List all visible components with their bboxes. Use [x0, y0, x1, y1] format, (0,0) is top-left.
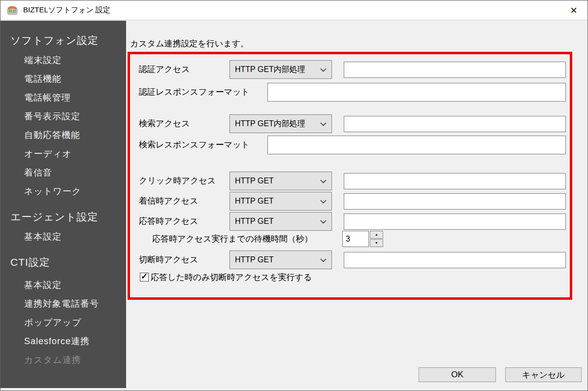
disconnect-access-label: 切断時アクセス [139, 255, 198, 265]
custom-integration-panel: カスタム連携設定を行います。 認証アクセス HTTP GET内部処理 認証レスポ… [126, 20, 588, 391]
disconnect-access-select-value: HTTP GET [235, 255, 274, 264]
auth-access-url-input[interactable] [344, 62, 566, 78]
incoming-access-select[interactable]: HTTP GET [229, 192, 332, 211]
disconnect-access-select[interactable]: HTTP GET [229, 250, 332, 269]
auth-access-label: 認証アクセス [139, 65, 190, 74]
chevron-down-icon [320, 68, 327, 72]
sidebar-item-device-settings[interactable]: 端末設定 [24, 54, 126, 66]
sidebar-section-cti-settings: CTI設定 [10, 255, 126, 269]
search-response-format-input[interactable] [267, 136, 566, 154]
answer-access-select-value: HTTP GET [235, 217, 274, 226]
close-button[interactable]: × [560, 0, 588, 20]
sidebar-item-popup[interactable]: ポップアップ [24, 317, 126, 328]
answer-wait-input[interactable] [342, 231, 369, 247]
sidebar-item-cti-basic-settings[interactable]: 基本設定 [24, 279, 126, 291]
search-response-format-label: 検索レスポンスフォーマット [139, 140, 250, 150]
auth-access-select[interactable]: HTTP GET内部処理 [229, 60, 332, 79]
sidebar-item-phonebook-management[interactable]: 電話帳管理 [24, 92, 126, 104]
sidebar-item-phone-functions[interactable]: 電話機能 [24, 73, 126, 85]
sidebar-item-ringtone[interactable]: 着信音 [24, 167, 126, 178]
chevron-down-icon [320, 122, 327, 126]
click-access-label: クリック時アクセス [139, 176, 216, 186]
incoming-access-label: 着信時アクセス [139, 196, 198, 206]
phone-app-icon [6, 4, 18, 16]
cancel-button[interactable]: キャンセル [505, 367, 582, 382]
chevron-down-icon [320, 179, 327, 183]
sidebar-item-number-display-settings[interactable]: 番号表示設定 [24, 110, 126, 122]
sidebar-item-custom-integration[interactable]: カスタム連携 [24, 354, 126, 366]
answer-access-label: 応答時アクセス [139, 216, 198, 226]
close-icon: × [570, 3, 577, 17]
auth-response-format-label: 認証レスポンスフォーマット [139, 87, 250, 97]
sidebar-item-agent-basic-settings[interactable]: 基本設定 [24, 231, 126, 243]
disconnect-only-answered-label: 応答した時のみ切断時アクセスを実行する [151, 272, 312, 283]
ok-button[interactable]: OK [419, 367, 496, 382]
click-access-select[interactable]: HTTP GET [229, 172, 332, 190]
chevron-down-icon [320, 200, 327, 204]
incoming-access-url-input[interactable] [344, 193, 566, 210]
click-access-url-input[interactable] [344, 173, 566, 189]
answer-access-url-input[interactable] [344, 213, 566, 230]
answer-wait-label: 応答時アクセス実行までの待機時間（秒） [152, 234, 313, 244]
window-title: BIZTELソフトフォン 設定 [23, 5, 110, 15]
answer-wait-spinner: ▲ ▼ [370, 231, 383, 247]
title-bar: BIZTELソフトフォン 設定 × [0, 0, 588, 20]
sidebar-section-agent-settings: エージェント設定 [10, 210, 126, 224]
sidebar-item-linked-phone-numbers[interactable]: 連携対象電話番号 [24, 298, 126, 310]
spin-down-icon: ▼ [375, 241, 378, 245]
sidebar-item-audio[interactable]: オーディオ [24, 148, 126, 160]
disconnect-only-answered-checkbox[interactable]: ✓ [140, 273, 149, 282]
sidebar-section-softphone-settings: ソフトフォン設定 [10, 34, 126, 47]
sidebar-nav: ソフトフォン設定 端末設定 電話機能 電話帳管理 番号表示設定 自動応答機能 オ… [0, 21, 126, 388]
spin-up-button[interactable]: ▲ [370, 231, 383, 239]
search-access-url-input[interactable] [344, 116, 566, 132]
settings-window: BIZTELソフトフォン 設定 × ソフトフォン設定 端末設定 電話機能 電話帳… [0, 0, 588, 391]
search-access-select[interactable]: HTTP GET内部処理 [229, 114, 332, 133]
search-access-label: 検索アクセス [139, 119, 190, 129]
check-icon: ✓ [141, 272, 148, 282]
panel-description: カスタム連携設定を行います。 [130, 38, 249, 49]
search-access-select-value: HTTP GET内部処理 [235, 119, 305, 129]
answer-access-select[interactable]: HTTP GET [229, 212, 332, 231]
click-access-select-value: HTTP GET [235, 177, 274, 185]
auth-access-select-value: HTTP GET内部処理 [235, 65, 305, 75]
incoming-access-select-value: HTTP GET [235, 197, 274, 206]
auth-response-format-input[interactable] [267, 83, 566, 102]
sidebar-item-network[interactable]: ネットワーク [24, 185, 126, 197]
spin-down-button[interactable]: ▼ [370, 239, 383, 247]
chevron-down-icon [320, 220, 327, 224]
sidebar-item-salesforce-integration[interactable]: Salesforce連携 [24, 335, 126, 347]
sidebar-item-auto-answer[interactable]: 自動応答機能 [24, 129, 126, 141]
disconnect-access-url-input[interactable] [344, 252, 566, 268]
spin-up-icon: ▲ [375, 233, 378, 236]
chevron-down-icon [320, 258, 327, 262]
